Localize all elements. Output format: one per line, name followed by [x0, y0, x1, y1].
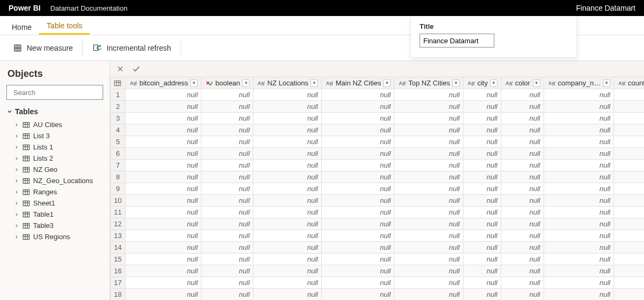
grid-cell[interactable]: null	[253, 230, 322, 242]
sidebar-item-table[interactable]: AU Cities	[6, 119, 103, 130]
grid-cell[interactable]: null	[126, 148, 201, 160]
column-header[interactable]: Ccity▼	[463, 77, 501, 89]
table-row[interactable]: 10nullnullnullnullnullnullnullnullnull	[111, 195, 645, 207]
grid-cell[interactable]: null	[126, 230, 201, 242]
grid-cell[interactable]: null	[394, 148, 463, 160]
grid-cell[interactable]: null	[501, 195, 544, 207]
grid-cell[interactable]: null	[394, 254, 463, 265]
grid-cell[interactable]: null	[321, 277, 394, 289]
column-filter-button[interactable]: ▼	[452, 80, 460, 87]
grid-cell[interactable]: null	[394, 89, 463, 101]
grid-cell[interactable]: null	[614, 207, 644, 218]
grid-cell[interactable]: null	[201, 254, 253, 265]
grid-cell[interactable]: null	[614, 242, 644, 254]
grid-cell[interactable]: null	[253, 277, 322, 289]
table-row[interactable]: 9nullnullnullnullnullnullnullnullnull	[111, 183, 645, 195]
grid-cell[interactable]: null	[321, 89, 394, 101]
row-number[interactable]: 17	[111, 277, 126, 289]
table-row[interactable]: 18nullnullnullnullnullnullnullnullnull	[111, 289, 645, 301]
grid-cell[interactable]: null	[463, 218, 501, 230]
sidebar-item-table[interactable]: Ranges	[6, 186, 103, 198]
grid-cell[interactable]: null	[614, 289, 644, 301]
grid-cell[interactable]: null	[321, 148, 394, 160]
grid-cell[interactable]: null	[394, 265, 463, 277]
row-number[interactable]: 15	[111, 254, 126, 265]
grid-cell[interactable]: null	[501, 230, 544, 242]
title-input[interactable]	[420, 34, 494, 48]
column-header[interactable]: Cbitcoin_address▼	[126, 77, 201, 89]
row-number[interactable]: 14	[111, 242, 126, 254]
grid-cell[interactable]: null	[201, 242, 253, 254]
row-number[interactable]: 13	[111, 230, 126, 242]
grid-cell[interactable]: null	[463, 160, 501, 171]
column-header[interactable]: CTop NZ Cities▼	[394, 77, 463, 89]
grid-cell[interactable]: null	[253, 171, 322, 183]
grid-cell[interactable]: null	[126, 195, 201, 207]
grid-cell[interactable]: null	[394, 171, 463, 183]
table-row[interactable]: 11nullnullnullnullnullnullnullnullnull	[111, 207, 645, 218]
grid-cell[interactable]: null	[463, 289, 501, 301]
grid-corner[interactable]	[111, 77, 126, 89]
grid-cell[interactable]: null	[253, 113, 322, 124]
grid-cell[interactable]: null	[201, 136, 253, 148]
grid-cell[interactable]: null	[394, 136, 463, 148]
grid-cell[interactable]: null	[126, 89, 201, 101]
grid-cell[interactable]: null	[321, 124, 394, 136]
grid-cell[interactable]: null	[253, 254, 322, 265]
grid-cell[interactable]: null	[614, 171, 644, 183]
row-number[interactable]: 16	[111, 265, 126, 277]
table-row[interactable]: 4nullnullnullnullnullnullnullnullnull	[111, 124, 645, 136]
grid-cell[interactable]: null	[394, 183, 463, 195]
grid-cell[interactable]: null	[253, 207, 322, 218]
grid-cell[interactable]: null	[253, 148, 322, 160]
column-filter-button[interactable]: ▼	[242, 80, 250, 87]
grid-cell[interactable]: null	[614, 195, 644, 207]
grid-cell[interactable]: null	[463, 171, 501, 183]
grid-cell[interactable]: null	[544, 254, 614, 265]
column-header[interactable]: Ccompany_n…▼	[544, 77, 614, 89]
column-filter-button[interactable]: ▼	[311, 80, 318, 87]
grid-cell[interactable]: null	[253, 160, 322, 171]
grid-cell[interactable]: null	[321, 230, 394, 242]
search-box[interactable]	[6, 85, 103, 100]
grid-cell[interactable]: null	[501, 89, 544, 101]
grid-cell[interactable]: null	[614, 124, 644, 136]
grid-cell[interactable]: null	[201, 171, 253, 183]
grid-cell[interactable]: null	[501, 171, 544, 183]
grid-cell[interactable]: null	[126, 136, 201, 148]
grid-cell[interactable]: null	[126, 171, 201, 183]
column-filter-button[interactable]: ▼	[383, 80, 391, 87]
grid-cell[interactable]: null	[126, 277, 201, 289]
grid-cell[interactable]: null	[201, 195, 253, 207]
tab-table-tools[interactable]: Table tools	[39, 17, 90, 35]
grid-cell[interactable]: null	[463, 124, 501, 136]
grid-cell[interactable]: null	[394, 195, 463, 207]
grid-cell[interactable]: null	[201, 230, 253, 242]
grid-cell[interactable]: null	[126, 242, 201, 254]
row-number[interactable]: 12	[111, 218, 126, 230]
grid-cell[interactable]: null	[253, 89, 322, 101]
grid-cell[interactable]: null	[201, 160, 253, 171]
table-row[interactable]: 8nullnullnullnullnullnullnullnullnull	[111, 171, 645, 183]
table-row[interactable]: 13nullnullnullnullnullnullnullnullnull	[111, 230, 645, 242]
table-row[interactable]: 3nullnullnullnullnullnullnullnullnull	[111, 113, 645, 124]
grid-cell[interactable]: null	[463, 242, 501, 254]
grid-cell[interactable]: null	[544, 101, 614, 113]
sidebar-item-table[interactable]: Lists 2	[6, 153, 103, 164]
grid-cell[interactable]: null	[394, 230, 463, 242]
row-number[interactable]: 1	[111, 89, 126, 101]
grid-cell[interactable]: null	[126, 183, 201, 195]
grid-cell[interactable]: null	[501, 148, 544, 160]
grid-cell[interactable]: null	[201, 101, 253, 113]
grid-cell[interactable]: null	[321, 195, 394, 207]
grid-cell[interactable]: null	[201, 148, 253, 160]
table-row[interactable]: 17nullnullnullnullnullnullnullnullnull	[111, 277, 645, 289]
grid-cell[interactable]: null	[501, 113, 544, 124]
table-row[interactable]: 5nullnullnullnullnullnullnullnullnull	[111, 136, 645, 148]
sidebar-item-table[interactable]: List 3	[6, 130, 103, 141]
row-number[interactable]: 11	[111, 207, 126, 218]
row-number[interactable]: 18	[111, 289, 126, 301]
table-row[interactable]: 14nullnullnullnullnullnullnullnullnull	[111, 242, 645, 254]
table-row[interactable]: 6nullnullnullnullnullnullnullnullnull	[111, 148, 645, 160]
grid-cell[interactable]: null	[614, 254, 644, 265]
